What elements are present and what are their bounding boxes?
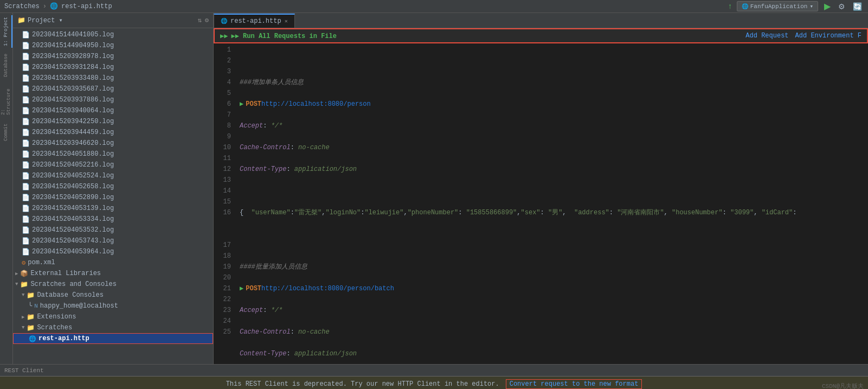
convert-request-link[interactable]: Convert request to the new format xyxy=(506,379,642,389)
line-num-11: 11 xyxy=(214,153,231,164)
file-tree: 📁 Project ▾ ⇅ ⚙ 📄20230415144041005.log 📄… xyxy=(13,13,214,364)
line-num-25: 24 xyxy=(214,316,231,327)
update-project-icon[interactable]: 🔄 xyxy=(851,2,864,11)
list-item[interactable]: 📄20230415203937886.log xyxy=(13,94,213,105)
tab-close-icon[interactable]: ✕ xyxy=(285,18,288,24)
line-num-22: 21 xyxy=(214,283,231,294)
tree-header-actions: ⇅ ⚙ xyxy=(198,16,209,24)
sidebar-item-project[interactable]: 1: Project xyxy=(1,15,12,48)
settings-icon[interactable]: ⚙ xyxy=(837,2,847,11)
list-item[interactable]: 📄20230415203942250.log xyxy=(13,116,213,127)
line-num-3: 3 xyxy=(214,66,231,77)
list-item[interactable]: 📄20230415144904950.log xyxy=(13,40,213,51)
line-numbers: 1 2 3 4 5 6 7 8 9 10 11 12 13 14 15 16 ·… xyxy=(214,43,235,364)
run-all-icon: ▶▶ xyxy=(220,32,228,40)
code-line-1 xyxy=(240,55,864,66)
list-item[interactable]: 📄20230415204051880.log xyxy=(13,149,213,160)
status-bar: REST Client xyxy=(0,364,868,376)
code-line-10 xyxy=(240,251,864,262)
list-item[interactable]: 📄20230415204052890.log xyxy=(13,192,213,203)
chevron-down-icon: ▾ xyxy=(809,3,813,10)
update-icon[interactable]: ↑ xyxy=(728,2,732,11)
list-item[interactable]: 📄20230415203935687.log xyxy=(13,84,213,94)
list-item[interactable]: 📄20230415203928978.log xyxy=(13,51,213,62)
list-item[interactable]: 📄20230415203933480.log xyxy=(13,73,213,84)
line-num-8: 8 xyxy=(214,120,231,131)
run-config-label: FanfuApplication xyxy=(750,3,808,10)
editor-area: 🌐 rest-api.http ✕ ▶▶ ▶▶ Run All Requests… xyxy=(214,13,868,364)
line-num-2: 2 xyxy=(214,55,231,66)
folder-icon: 📁 xyxy=(17,16,25,24)
add-env-link[interactable]: Add Environment F xyxy=(795,32,861,40)
line-num-18: 17 xyxy=(214,240,231,251)
breadcrumb-scratches[interactable]: Scratches xyxy=(4,3,40,10)
list-item[interactable]: 📄20230415204053964.log xyxy=(13,246,213,257)
run-request-2[interactable]: ▶ xyxy=(240,283,243,294)
notification-text: This REST Client is deprecated. Try our … xyxy=(226,380,499,388)
tab-rest-api[interactable]: 🌐 rest-api.http ✕ xyxy=(214,14,295,28)
line-num-10: 10 xyxy=(214,142,231,153)
add-request-link[interactable]: Add Request xyxy=(745,32,788,40)
tab-label: rest-api.http xyxy=(230,17,281,25)
list-item[interactable]: ⚙pom.xml xyxy=(13,257,213,268)
sidebar-item-commit[interactable]: Commit xyxy=(1,116,12,149)
tab-icon: 🌐 xyxy=(221,18,227,24)
list-item[interactable]: 📄20230415204052524.log xyxy=(13,170,213,181)
run-all-right: Add Request Add Environment F xyxy=(745,32,861,40)
list-item[interactable]: 📄20230415144041005.log xyxy=(13,29,213,40)
code-line-3: ▶POST http://localhost:8080/person xyxy=(240,99,864,110)
code-line-7 xyxy=(240,186,864,196)
breadcrumb-filename: rest-api.http xyxy=(61,3,112,10)
list-item[interactable]: 📄20230415204053139.log xyxy=(13,203,213,214)
run-all-label[interactable]: ▶▶ Run All Requests in File xyxy=(231,32,336,40)
list-item[interactable]: 📄20230415203946620.log xyxy=(13,138,213,149)
line-num-17b: · xyxy=(214,229,231,240)
breadcrumb-sep: › xyxy=(43,3,47,10)
run-request-1[interactable]: ▶ xyxy=(240,99,243,110)
tree-item-extensions[interactable]: ▶ 📁 Extensions xyxy=(13,311,213,322)
code-line-11: ▶POST http://localhost:8080/person/batch xyxy=(240,283,864,294)
list-item[interactable]: 📄20230415204052216.log xyxy=(13,160,213,170)
run-config-dropdown[interactable]: 🌐 FanfuApplication ▾ xyxy=(737,1,818,11)
run-all-bar: ▶▶ ▶▶ Run All Requests in File Add Reque… xyxy=(214,28,868,43)
list-item[interactable]: 📄20230415204052658.log xyxy=(13,181,213,192)
tree-item-rest-api[interactable]: 🌐 rest-api.http xyxy=(13,333,213,344)
tree-header-label: Project ▾ xyxy=(28,16,63,24)
list-item[interactable]: 📄20230415204053743.log xyxy=(13,235,213,246)
line-num-20: 19 xyxy=(214,262,231,272)
list-item[interactable]: 📄20230415204053532.log xyxy=(13,225,213,235)
top-bar-right: ↑ 🌐 FanfuApplication ▾ ▶ ⚙ 🔄 xyxy=(728,1,864,11)
tree-item-happy-home[interactable]: ╰N happy_home@localhost xyxy=(13,301,213,311)
tree-settings-icon[interactable]: ⚙ xyxy=(205,16,209,24)
tree-item-db-consoles[interactable]: ▼ 📁 Database Consoles xyxy=(13,290,213,301)
sidebar-item-database[interactable]: Database xyxy=(1,49,12,81)
line-num-7: 7 xyxy=(214,110,231,120)
line-num-12: 12 xyxy=(214,164,231,175)
code-line-10b: ####批量添加人员信息 xyxy=(240,262,864,272)
tree-item-scratches[interactable]: ▼ 📁 Scratches xyxy=(13,322,213,333)
line-num-23: 22 xyxy=(214,294,231,305)
main-layout: 1: Project Database 2: Structure Commit … xyxy=(0,13,868,364)
tree-item-external-libs[interactable]: ▶ 📦 External Libraries xyxy=(13,268,213,279)
list-item[interactable]: 📄20230415204053334.log xyxy=(13,214,213,225)
tree-header: 📁 Project ▾ ⇅ ⚙ xyxy=(13,13,213,28)
list-item[interactable]: 📄20230415203944459.log xyxy=(13,127,213,138)
line-num-19: 18 xyxy=(214,251,231,262)
tree-item-scratches-consoles[interactable]: ▼ 📁 Scratches and Consoles xyxy=(13,279,213,290)
line-num-21: 20 xyxy=(214,272,231,283)
code-line-14: Content-Type: application/json xyxy=(240,348,864,359)
list-item[interactable]: 📄20230415203931284.log xyxy=(13,62,213,73)
line-num-13: 13 xyxy=(214,175,231,186)
list-item[interactable]: 📄20230415203940064.log xyxy=(13,105,213,116)
notification-bar: This REST Client is deprecated. Try our … xyxy=(0,376,868,389)
run-button[interactable]: ▶ xyxy=(822,1,832,11)
sidebar-icons: 1: Project Database 2: Structure Commit xyxy=(0,13,13,364)
code-line-8: { "userName":"雷无桀","loginNo":"leiwujie",… xyxy=(240,207,864,218)
line-num-4: 4 xyxy=(214,77,231,88)
sidebar-item-structure[interactable]: 2: Structure xyxy=(1,82,12,115)
collapse-all-icon[interactable]: ⇅ xyxy=(198,16,202,24)
top-bar: Scratches › 🌐 rest-api.http ↑ 🌐 FanfuApp… xyxy=(0,0,868,13)
line-num-1: 1 xyxy=(214,44,231,55)
code-content[interactable]: ###增加单条人员信息 ▶POST http://localhost:8080/… xyxy=(235,43,868,364)
run-all-left: ▶▶ ▶▶ Run All Requests in File xyxy=(220,32,337,40)
